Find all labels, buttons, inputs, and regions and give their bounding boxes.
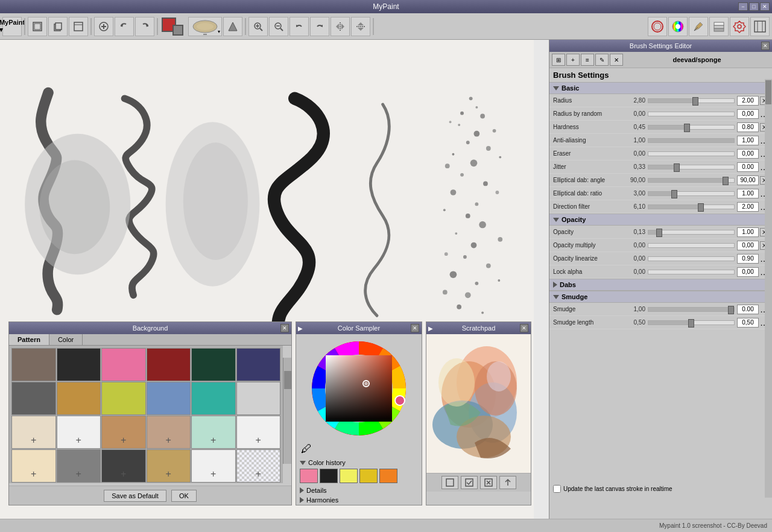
lock-alpha-slider[interactable] — [648, 270, 735, 274]
copy-button[interactable] — [48, 17, 68, 36]
list-item[interactable] — [11, 382, 56, 415]
opacity-slider[interactable] — [648, 230, 735, 235]
smudge-length-input[interactable] — [737, 318, 759, 328]
elliptical-ratio-slider[interactable] — [648, 191, 735, 196]
ok-button[interactable]: OK — [171, 490, 197, 502]
smudge-input[interactable] — [737, 305, 759, 314]
brush-list[interactable]: ≡ — [581, 54, 594, 66]
list-item[interactable] — [57, 382, 101, 415]
antialiasing-slider[interactable] — [648, 138, 735, 143]
list-item[interactable]: + — [191, 449, 236, 483]
undo-button[interactable] — [115, 17, 134, 36]
eraser-input[interactable] — [737, 149, 759, 159]
list-item[interactable]: + — [147, 416, 191, 449]
opacity-linearize-input[interactable] — [737, 254, 759, 264]
brush-selector-button[interactable]: ▾ — [188, 17, 222, 36]
brush-close-inner[interactable]: ✕ — [610, 54, 623, 66]
section-basic-toggle[interactable] — [553, 86, 559, 90]
tab-color[interactable]: Color — [49, 334, 83, 345]
rotate-cw-button[interactable] — [310, 17, 329, 36]
section-dabs-toggle[interactable] — [553, 282, 557, 288]
scratchpad-btn-1[interactable] — [441, 476, 458, 489]
list-item[interactable] — [191, 382, 236, 415]
radius-slider[interactable] — [648, 98, 735, 103]
settings-button[interactable] — [730, 17, 749, 36]
list-item[interactable]: + — [191, 416, 236, 449]
scrollbar-thumb[interactable] — [284, 371, 291, 389]
tab-pattern[interactable]: Pattern — [9, 334, 49, 345]
zoom-in-button[interactable] — [248, 17, 268, 36]
list-item[interactable]: + — [101, 449, 146, 483]
radius-input[interactable] — [737, 96, 759, 106]
opacity-linearize-slider[interactable] — [648, 256, 735, 261]
list-item[interactable] — [147, 348, 191, 381]
save-default-button[interactable]: Save as Default — [104, 490, 166, 502]
elliptical-angle-input[interactable] — [737, 176, 759, 185]
list-item[interactable]: + — [101, 416, 146, 449]
opacity-input[interactable] — [737, 227, 759, 237]
details-section[interactable]: Details — [296, 486, 422, 495]
smudge-slider[interactable] — [648, 307, 735, 312]
brush-settings-scrollbar[interactable] — [765, 79, 772, 498]
scratchpad-canvas[interactable] — [426, 334, 531, 473]
lock-alpha-input[interactable] — [737, 267, 759, 277]
list-item[interactable] — [11, 348, 56, 381]
list-item[interactable] — [359, 469, 378, 483]
redo-button[interactable] — [135, 17, 154, 36]
list-item[interactable] — [101, 348, 146, 381]
brush-settings-close[interactable]: ✕ — [761, 42, 770, 50]
color-selector[interactable] — [160, 16, 185, 37]
new-window-button[interactable] — [28, 17, 47, 36]
list-item[interactable] — [236, 348, 281, 381]
scratchpad-btn-3[interactable] — [480, 476, 497, 489]
section-opacity-toggle[interactable] — [553, 218, 559, 222]
background-scrollbar[interactable] — [283, 358, 291, 464]
list-item[interactable] — [340, 469, 358, 483]
zoom-out-button[interactable] — [269, 17, 288, 36]
fullscreen-button[interactable] — [750, 17, 770, 36]
list-item[interactable]: + — [11, 449, 56, 483]
list-item[interactable]: + — [236, 416, 281, 449]
background-panel-close[interactable]: ✕ — [280, 324, 289, 332]
opacity-multiply-input[interactable] — [737, 241, 759, 250]
direction-filter-slider[interactable] — [648, 204, 735, 209]
list-item[interactable]: + — [57, 449, 101, 483]
add-layer-button[interactable] — [94, 17, 113, 36]
list-item[interactable] — [320, 469, 338, 483]
list-item[interactable] — [147, 382, 191, 415]
list-item[interactable] — [236, 382, 281, 415]
maximize-button[interactable]: □ — [749, 2, 759, 11]
window-button[interactable] — [69, 17, 88, 36]
list-item[interactable] — [57, 348, 101, 381]
brush-add[interactable]: + — [566, 54, 580, 66]
brush-grid-view[interactable]: ⊞ — [552, 54, 565, 66]
antialiasing-input[interactable] — [737, 136, 759, 145]
layers-button[interactable] — [709, 17, 729, 36]
scratchpad-btn-2[interactable] — [461, 476, 478, 489]
section-smudge-toggle[interactable] — [553, 295, 559, 299]
jitter-slider[interactable] — [648, 165, 735, 169]
background-color[interactable] — [172, 25, 183, 36]
list-item[interactable]: + — [147, 449, 191, 483]
elliptical-angle-slider[interactable] — [648, 178, 735, 183]
list-item[interactable]: + — [57, 416, 101, 449]
radius-random-slider[interactable] — [648, 112, 735, 116]
elliptical-ratio-input[interactable] — [737, 189, 759, 198]
brush-scrollbar-thumb[interactable] — [765, 80, 771, 104]
scratchpad-expand[interactable]: ▶ — [426, 322, 435, 334]
direction-filter-input[interactable] — [737, 202, 759, 212]
pen-button[interactable] — [689, 17, 708, 36]
list-item[interactable] — [191, 348, 236, 381]
frames-button[interactable] — [648, 17, 667, 36]
hardness-input[interactable] — [737, 122, 759, 132]
hardness-slider[interactable] — [648, 125, 735, 130]
app-menu-button[interactable]: MyPaint ▾ — [2, 17, 22, 36]
eraser-slider[interactable] — [648, 151, 735, 156]
smudge-length-slider[interactable] — [648, 320, 735, 325]
list-item[interactable] — [101, 382, 146, 415]
color-history-header[interactable]: Color history — [300, 459, 418, 466]
minimize-button[interactable]: − — [738, 2, 748, 11]
rotate-ccw-button[interactable] — [290, 17, 309, 36]
close-button[interactable]: ✕ — [760, 2, 770, 11]
color-sampler-expand[interactable]: ▶ — [296, 322, 305, 334]
